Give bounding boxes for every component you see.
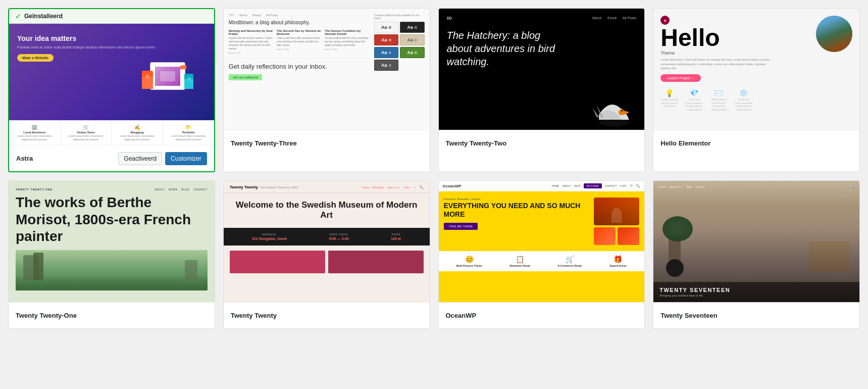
astra-feature-store: 🛒 Online Store Lorem ipsum dolor consect… [61, 120, 112, 145]
astra-figure-left [142, 71, 153, 89]
t21-preview: TWENTY TWENTY-ONE ABOUTWORKBLOGCONTACT T… [9, 181, 215, 302]
owp-hero-btn: TAKE ME THERE [444, 223, 478, 230]
astra-theme-name: Astra [16, 155, 33, 162]
astra-hero-btn: Make a Website [17, 54, 54, 62]
installed-text: Geïnstalleerd [24, 13, 63, 20]
astra-feature-title-blog: Blogging [115, 131, 160, 134]
themes-grid: ✓ Geïnstalleerd Your idea matters Pulvin… [8, 8, 860, 329]
owp-footer: OceanWP [439, 302, 645, 328]
astra-figure-right [184, 74, 193, 89]
astra-hero: Your idea matters Pulvinar enim ac torto… [9, 24, 214, 120]
t20-info-block: ADDRESS 123 Storgatan, Umeå OPEN TODAY 9… [224, 228, 430, 246]
t23-theme-name: Twenty Twenty-Three [231, 139, 297, 147]
multipurpose-icon: 😊 [456, 255, 482, 263]
astra-feature-local: 🏢 Local Business Lorem ipsum dolor conse… [9, 120, 61, 145]
t17-couch [809, 241, 849, 272]
t22-headline: The Hatchery: a blog about adventures in… [447, 29, 560, 68]
t21-nav: TWENTY TWENTY-ONE ABOUTWORKBLOGCONTACT [16, 188, 208, 191]
t23-style-label: Choose a different style available for t… [374, 14, 425, 20]
astra-feature-title-store: Online Store [64, 131, 109, 134]
t23-subscribe-text: Get daily reflections in your inbox. [229, 63, 370, 71]
astra-features: 🏢 Local Business Lorem ipsum dolor conse… [9, 120, 214, 145]
theme-card-t20[interactable]: Twenty Twenty The Default Theme for 2020… [223, 180, 430, 329]
t17-overlay: TWENTY SEVENTEEN Bringing your boldest i… [653, 282, 859, 302]
owp-feature-multipurpose: 😊 Multi-Purpose Theme [456, 255, 482, 267]
t23-preview: TTT AboutReadyAll Posts Mindblown: a blo… [224, 9, 430, 130]
t20-nav: Home Exhibitions About Us ∨ News ··· 🔍 [363, 185, 424, 189]
theme-card-oceanwp[interactable]: OceanWP HOME ABOUT DEST BUY NOW CONTACT … [438, 180, 645, 329]
astra-feature-portfolio: 📁 Portfolio Lorem ipsum dolor consectetu… [163, 120, 214, 145]
t22-theme-name: Twenty Twenty-Two [446, 139, 507, 147]
theme-card-t23[interactable]: TTT AboutReadyAll Posts Mindblown: a blo… [223, 8, 430, 172]
hello-desc: Lorem text block. Click edit button to c… [660, 58, 776, 70]
astra-actions: Geactiveerd Customizer [118, 152, 207, 165]
t21-headline: The works of Berthe Morisot, 1800s-era F… [16, 194, 208, 245]
t23-subscribe-btn: Join my mailing list [229, 74, 262, 80]
astra-feature-title-portfolio: Portfolio [166, 131, 211, 134]
owp-hero-small: Powerful. Beautiful. Unique. [444, 198, 590, 201]
hello-circle-image [816, 16, 852, 52]
t22-footer: Twenty Twenty-Two [439, 130, 645, 156]
extras-icon: 🎁 [609, 255, 627, 263]
t17-nav: HomeAbout Us ∨BlogContact 🔍 [653, 181, 859, 193]
portfolio-icon: 📁 [166, 124, 211, 130]
astra-footer: Astra Geactiveerd Customizer [9, 145, 214, 171]
astra-hero-text: Your idea matters [17, 34, 130, 43]
owp-preview: OceanWP HOME ABOUT DEST BUY NOW CONTACT … [439, 181, 645, 302]
snowflake-icon: ❄️ [735, 89, 752, 97]
hello-theme-name: Hello Elementor [660, 139, 710, 147]
t22-preview: ∞ AboutEventAll Posts The Hatchery: a bl… [439, 9, 645, 130]
theme-card-t21[interactable]: TWENTY TWENTY-ONE ABOUTWORKBLOGCONTACT T… [8, 180, 215, 329]
astra-preview: Your idea matters Pulvinar enim ac torto… [9, 24, 214, 145]
t17-footer: Twenty Seventeen [653, 302, 859, 328]
hello-footer: Hello Elementor [653, 130, 859, 156]
t20-header: Twenty Twenty The Default Theme for 2020… [224, 181, 430, 193]
t23-blog-title: Mindblown: a blog about philosophy. [229, 20, 370, 25]
online-store-icon: 🛒 [64, 124, 109, 130]
t21-hero-image [16, 250, 208, 290]
astra-feature-desc-local: Lorem ipsum dolor consectetur adipiscing… [12, 134, 57, 141]
astra-feature-title-local: Local Business [12, 131, 57, 134]
send-icon: ✉️ [710, 89, 728, 97]
elementor-ready-icon: 📋 [509, 255, 530, 263]
hello-preview: e Hello Theme Lorem text block. Click ed… [653, 9, 859, 130]
t20-hero: Welcome to the Swedish Museum of Modern … [224, 193, 430, 228]
blogging-icon: ✍️ [115, 124, 160, 130]
local-business-icon: 🏢 [12, 124, 57, 130]
astra-feature-desc-portfolio: Lorem ipsum dolor consectetur adipiscing… [166, 134, 211, 141]
owp-hero-images [594, 198, 639, 245]
diamond-icon: 💎 [685, 89, 703, 97]
t17-theme-name: Twenty Seventeen [660, 312, 717, 319]
theme-card-hello[interactable]: e Hello Theme Lorem text block. Click ed… [653, 8, 860, 172]
ecommerce-icon: 🛒 [558, 255, 582, 263]
astra-screen-inner [155, 67, 180, 86]
owp-buy-btn: BUY NOW [584, 183, 602, 188]
bulb-icon: 💡 [660, 89, 678, 97]
theme-card-astra[interactable]: ✓ Geïnstalleerd Your idea matters Pulvin… [8, 8, 215, 172]
astra-geactiveerd-button[interactable]: Geactiveerd [118, 152, 162, 165]
owp-feature-extras: 🎁 Superb Extras [609, 255, 627, 267]
astra-screen [150, 62, 185, 90]
astra-feature-desc-blog: Lorem ipsum dolor consectetur adipiscing… [115, 134, 160, 141]
owp-feature-ecommerce: 🛒 E-Commerce Ready [558, 255, 582, 267]
owp-hero-title: EVERYTHING YOU NEED AND SO MUCH MORE [444, 202, 590, 219]
astra-feature-blog: ✍️ Blogging Lorem ipsum dolor consectetu… [112, 120, 163, 145]
t22-bird-illustration [589, 84, 639, 130]
hello-bottom-icons: 💡 Lorem in simply dummy text of the prin… [660, 89, 852, 111]
t21-footer: Twenty Twenty-One [9, 302, 215, 328]
theme-card-t17[interactable]: HomeAbout Us ∨BlogContact 🔍 TWENTY SEVEN… [653, 180, 860, 329]
theme-card-t22[interactable]: ∞ AboutEventAll Posts The Hatchery: a bl… [438, 8, 645, 172]
owp-hero: Powerful. Beautiful. Unique. EVERYTHING … [439, 191, 645, 251]
t17-plant-top [662, 216, 693, 241]
astra-customizer-button[interactable]: Customizer [165, 152, 207, 165]
owp-hero-img-main [594, 198, 639, 225]
t17-search-icon: 🔍 [850, 185, 854, 189]
elementor-badge: e [660, 16, 670, 25]
t20-site-tagline: The Default Theme for 2020 [260, 186, 298, 189]
owp-theme-name: OceanWP [446, 312, 477, 319]
owp-features: 😊 Multi-Purpose Theme 📋 Elementor Ready … [439, 251, 645, 271]
t17-site-title: TWENTY SEVENTEEN [659, 287, 853, 293]
t20-theme-name: Twenty Twenty [231, 312, 277, 319]
check-icon: ✓ [15, 12, 21, 20]
astra-feature-desc-store: Lorem ipsum dolor consectetur adipiscing… [64, 134, 109, 141]
